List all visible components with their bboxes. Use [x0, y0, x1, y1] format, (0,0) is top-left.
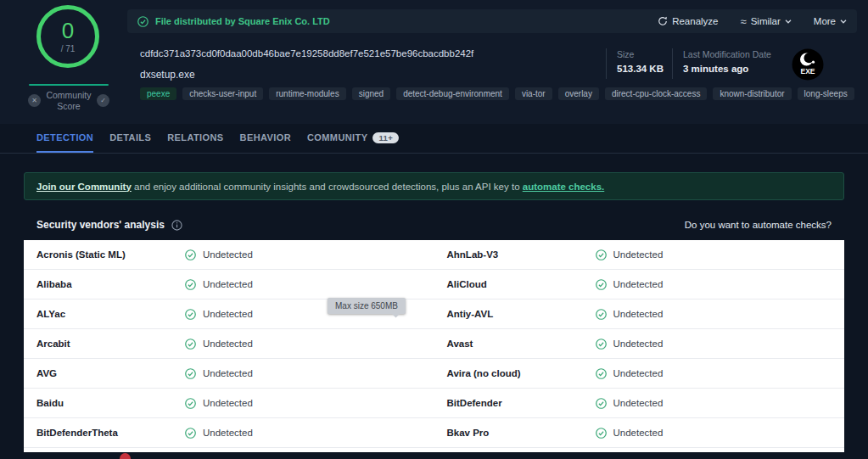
distributor-notice-bar: File distributed by Square Enix Co. LTD … [127, 9, 857, 33]
vendor-status: Undetected [613, 368, 664, 378]
table-row: Arcabit Undetected Avast Undetected [24, 329, 844, 359]
undetected-check-icon [185, 398, 196, 409]
tab-behavior[interactable]: BEHAVIOR [240, 124, 291, 153]
vendor-status: Undetected [613, 309, 664, 319]
vendor-status: Undetected [613, 398, 664, 408]
vendor-name: Avira (no cloud) [447, 368, 596, 378]
table-row: AVG Undetected Avira (no cloud) Undetect… [24, 359, 844, 389]
vendor-cell: Baidu Undetected [24, 389, 434, 417]
vendor-status: Undetected [613, 279, 664, 289]
vendor-cell: Arcabit Undetected [24, 329, 434, 358]
vendor-cell: Bkav Pro Undetected [434, 418, 845, 447]
verified-check-icon [137, 16, 148, 27]
vendor-cell: Alibaba Undetected [24, 270, 434, 299]
community-score-label: Community Score [41, 90, 97, 112]
community-sentiment-bar [29, 84, 109, 86]
vote-down-button[interactable]: ✕ [28, 94, 41, 107]
table-row: Acronis (Static ML) Undetected AhnLab-V3… [24, 240, 844, 270]
meta-divider [672, 48, 673, 79]
tag-pill[interactable]: signed [352, 87, 390, 100]
undetected-check-icon [185, 368, 196, 379]
table-row: BitDefenderTheta Undetected Bkav Pro Und… [24, 418, 844, 448]
tab-details[interactable]: DETAILS [109, 124, 151, 153]
undetected-check-icon [185, 249, 196, 260]
vendor-name: Arcabit [36, 339, 185, 349]
refresh-icon [658, 16, 668, 26]
tag-pill[interactable]: long-sleeps [798, 87, 854, 100]
vendor-cell: AhnLab-V3 Undetected [434, 240, 845, 269]
undetected-check-icon [596, 249, 607, 260]
undetected-check-icon [596, 368, 607, 379]
virustotal-report-page: 0 / 71 ✕ Community Score ✓ File distribu… [0, 0, 868, 459]
modification-value: 3 minutes ago [683, 64, 771, 74]
vendor-status: Undetected [613, 249, 664, 260]
banner-text: and enjoy additional community insights … [132, 182, 523, 192]
size-label: Size [617, 49, 664, 59]
vote-up-button[interactable]: ✓ [97, 94, 109, 107]
vendor-status: Undetected [613, 428, 664, 438]
vendor-status: Undetected [203, 249, 253, 260]
vendor-status: Undetected [203, 279, 253, 289]
community-banner: Join our Community and enjoy additional … [24, 172, 844, 200]
vendor-name: AhnLab-V3 [447, 249, 596, 260]
detection-score: 0 [62, 20, 74, 42]
header-actions: Reanalyze ≈ Similar More [658, 16, 847, 27]
tag-pill[interactable]: detect-debug-environment [396, 87, 509, 100]
undetected-check-icon [185, 279, 196, 290]
tag-pill[interactable]: peexe [140, 87, 176, 100]
tag-pill[interactable]: overlay [558, 87, 599, 100]
similar-icon: ≈ [741, 16, 747, 27]
exe-file-icon: EXE [792, 48, 824, 81]
vendor-status: Undetected [613, 339, 664, 349]
tab-community[interactable]: COMMUNITY 11+ [307, 124, 399, 153]
tag-pill[interactable]: via-tor [515, 87, 552, 100]
automate-checks-link[interactable]: automate checks. [523, 182, 605, 192]
tag-pill[interactable]: known-distributor [713, 87, 791, 100]
vendor-cell: Avira (no cloud) Undetected [434, 359, 845, 388]
vendor-cell: Antiy-AVL Undetected [434, 299, 845, 328]
vendor-name: Avast [447, 339, 596, 349]
join-community-link[interactable]: Join our Community [36, 182, 132, 192]
detection-score-gauge: 0 / 71 [36, 5, 99, 68]
thumbs-up-icon: ✓ [100, 97, 106, 104]
info-icon[interactable] [171, 220, 182, 231]
vendor-name: Acronis (Static ML) [36, 249, 185, 260]
undetected-check-icon [596, 398, 607, 409]
file-type-badge: EXE [792, 48, 824, 81]
undetected-check-icon [185, 428, 196, 439]
tag-pill[interactable]: direct-cpu-clock-access [605, 87, 707, 100]
vendor-cell: BitDefender Undetected [434, 389, 845, 417]
modification-label: Last Modification Date [683, 49, 771, 59]
tab-detection[interactable]: DETECTION [36, 124, 93, 153]
tab-relations[interactable]: RELATIONS [167, 124, 223, 153]
vendor-cell: Avast Undetected [434, 329, 845, 358]
undetected-check-icon [185, 339, 196, 350]
reanalyze-button[interactable]: Reanalyze [658, 16, 718, 26]
undetected-check-icon [185, 309, 196, 320]
similar-button[interactable]: ≈ Similar [741, 16, 792, 27]
community-count-badge: 11+ [372, 132, 399, 143]
tag-pill[interactable]: runtime-modules [269, 87, 345, 100]
vendor-status: Undetected [203, 398, 253, 408]
automate-checks-prompt[interactable]: Do you want to automate checks? [685, 220, 832, 230]
table-row: ALYac Undetected Antiy-AVL Undetected [24, 299, 844, 329]
vendor-status: Undetected [203, 309, 253, 319]
table-row: Alibaba Undetected AliCloud Undetected [24, 270, 844, 299]
file-summary-header: 0 / 71 ✕ Community Score ✓ File distribu… [0, 0, 868, 124]
undetected-check-icon [596, 279, 607, 290]
partial-vendor-logo [120, 453, 131, 459]
vendor-cell: Acronis (Static ML) Undetected [24, 240, 434, 269]
vendor-status: Undetected [203, 428, 253, 438]
vendor-name: AVG [36, 368, 185, 378]
vendor-cell: AVG Undetected [24, 359, 434, 388]
file-hash: cdfdc371a373cd0f0daa00db46bae7e19258dd8e… [140, 48, 473, 59]
more-button[interactable]: More [814, 16, 847, 26]
vendor-name: ALYac [36, 309, 185, 319]
tag-pill[interactable]: checks-user-input [182, 87, 263, 100]
vendor-cell: BitDefenderTheta Undetected [24, 418, 434, 447]
svg-text:EXE: EXE [800, 67, 815, 76]
max-size-tooltip: Max size 650MB [328, 298, 406, 314]
chevron-down-icon [785, 20, 792, 24]
vendor-name: Antiy-AVL [447, 309, 596, 319]
similar-label: Similar [751, 16, 781, 26]
